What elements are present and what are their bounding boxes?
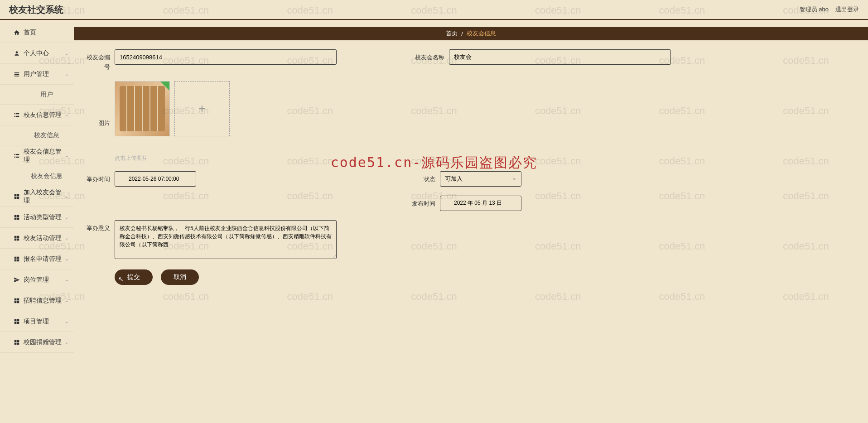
- sidebar-item-assoc-info-mgmt[interactable]: 校友会信息管理 ⌄: [0, 145, 74, 166]
- svg-rect-15: [17, 197, 19, 199]
- svg-rect-1: [14, 72, 19, 73]
- sidebar-label: 校园捐赠管理: [24, 338, 62, 346]
- label-event-time: 举办时间: [83, 171, 110, 184]
- sidebar-item-signup-mgmt[interactable]: 报名申请管理 ⌄: [0, 249, 74, 269]
- grid-icon: [14, 339, 20, 346]
- plus-icon: +: [198, 101, 206, 116]
- svg-rect-25: [17, 256, 19, 259]
- chevron-down-icon: ⌄: [65, 215, 68, 220]
- sidebar-label: 校友会信息管理: [24, 148, 65, 164]
- send-icon: [14, 277, 20, 283]
- svg-rect-29: [17, 298, 19, 300]
- chevron-down-icon: ⌄: [65, 72, 68, 77]
- svg-rect-24: [14, 256, 17, 259]
- input-publish-time[interactable]: [440, 196, 521, 211]
- chevron-down-icon: ⌄: [65, 236, 68, 240]
- svg-rect-21: [17, 236, 19, 238]
- grid-icon: [14, 214, 20, 221]
- sidebar-item-donation-mgmt[interactable]: 校园捐赠管理 ⌄: [0, 332, 74, 353]
- input-assoc-name[interactable]: [449, 49, 671, 65]
- svg-rect-8: [14, 154, 15, 154]
- list-icon: [14, 153, 20, 159]
- chevron-down-icon: ⌄: [65, 298, 68, 303]
- svg-rect-18: [14, 217, 17, 220]
- chevron-down-icon: ⌄: [65, 153, 68, 158]
- svg-rect-38: [14, 342, 17, 345]
- sidebar: 首页 个人中心 ⌄ 用户管理 ⌄ 用户 校友信息管理 ⌄ 校友信息: [0, 20, 74, 423]
- sidebar-label: 活动类型管理: [24, 213, 62, 221]
- svg-rect-30: [14, 301, 17, 303]
- svg-rect-16: [14, 215, 17, 217]
- sidebar-subitem-assoc-info[interactable]: 校友会信息: [0, 166, 74, 186]
- sidebar-subitem-alumni-info[interactable]: 校友信息: [0, 125, 74, 145]
- sidebar-item-recruit-mgmt[interactable]: 招聘信息管理 ⌄: [0, 290, 74, 311]
- app-title: 校友社交系统: [9, 4, 63, 16]
- sidebar-item-personal[interactable]: 个人中心 ⌄: [0, 43, 74, 64]
- svg-rect-4: [14, 113, 15, 114]
- sidebar-item-project-mgmt[interactable]: 项目管理 ⌄: [0, 311, 74, 332]
- sidebar-item-alumni-info-mgmt[interactable]: 校友信息管理 ⌄: [0, 105, 74, 125]
- sidebar-item-alumni-activity-mgmt[interactable]: 校友活动管理 ⌄: [0, 228, 74, 249]
- grid-icon: [14, 318, 20, 325]
- submit-button[interactable]: ↖ 提交: [115, 269, 153, 285]
- svg-rect-39: [17, 342, 19, 345]
- sidebar-label: 报名申请管理: [24, 255, 62, 263]
- sidebar-label: 用户管理: [24, 70, 49, 78]
- svg-rect-5: [16, 113, 19, 114]
- sidebar-label: 项目管理: [24, 317, 49, 326]
- svg-rect-9: [16, 154, 19, 154]
- label-assoc-id: 校友会编号: [83, 49, 110, 72]
- svg-rect-12: [14, 194, 17, 196]
- home-icon: [14, 29, 20, 36]
- label-assoc-name: 校友会名称: [409, 49, 444, 62]
- list-icon: [14, 112, 20, 118]
- content-area: 首页 / 校友会信息 校友会编号 校友会名称: [74, 20, 868, 423]
- sidebar-label: 招聘信息管理: [24, 297, 62, 305]
- svg-rect-2: [14, 74, 19, 75]
- sidebar-label: 首页: [24, 29, 36, 37]
- breadcrumb-current: 校友会信息: [467, 29, 496, 38]
- svg-rect-37: [17, 340, 19, 342]
- breadcrumb-home[interactable]: 首页: [446, 29, 458, 38]
- input-assoc-id[interactable]: [115, 49, 337, 65]
- grid-icon: [14, 298, 20, 304]
- user-icon: [14, 50, 20, 57]
- sidebar-label: 加入校友会管理: [24, 188, 65, 205]
- svg-rect-28: [14, 298, 17, 300]
- sidebar-item-position-mgmt[interactable]: 岗位管理 ⌄: [0, 269, 74, 290]
- grid-icon: [14, 256, 20, 262]
- upload-add-button[interactable]: +: [174, 81, 230, 136]
- upload-hint: 点击上传图片: [115, 154, 328, 162]
- sidebar-item-user-mgmt[interactable]: 用户管理 ⌄: [0, 64, 74, 85]
- svg-rect-20: [14, 236, 17, 238]
- cancel-button[interactable]: 取消: [161, 269, 199, 285]
- sidebar-label: 用户: [40, 91, 53, 99]
- admin-name[interactable]: 管理员 abo: [800, 5, 829, 14]
- sidebar-item-join-assoc-mgmt[interactable]: 加入校友会管理 ⌄: [0, 186, 74, 207]
- chevron-down-icon: ⌄: [65, 256, 68, 261]
- image-thumbnail[interactable]: [115, 81, 170, 136]
- svg-rect-13: [17, 194, 19, 196]
- select-status[interactable]: [440, 171, 521, 187]
- svg-rect-6: [14, 115, 15, 116]
- sidebar-label: 校友信息: [34, 131, 59, 139]
- sidebar-label: 校友会信息: [31, 172, 63, 180]
- sidebar-item-home[interactable]: 首页: [0, 22, 74, 43]
- svg-rect-22: [14, 238, 17, 240]
- chevron-down-icon: ⌄: [65, 277, 68, 282]
- grid-icon: [14, 235, 20, 241]
- submit-label: 提交: [127, 273, 140, 280]
- sidebar-item-activity-type-mgmt[interactable]: 活动类型管理 ⌄: [0, 207, 74, 228]
- cancel-label: 取消: [174, 273, 186, 280]
- sidebar-subitem-user[interactable]: 用户: [0, 85, 74, 105]
- label-meaning: 举办意义: [83, 220, 110, 233]
- svg-rect-11: [16, 156, 19, 157]
- logout-link[interactable]: 退出登录: [835, 5, 859, 14]
- chevron-down-icon: ⌄: [65, 112, 68, 117]
- cursor-icon: ↖: [118, 275, 124, 283]
- chevron-down-icon: ⌄: [65, 194, 68, 199]
- svg-rect-36: [14, 340, 17, 342]
- input-event-time[interactable]: [115, 171, 196, 187]
- textarea-meaning[interactable]: 校友会秘书长杨铭带队，一行5人前往校友企业陕西金合信息科技股份有限公司（以下简称…: [115, 220, 337, 259]
- svg-rect-31: [17, 301, 19, 303]
